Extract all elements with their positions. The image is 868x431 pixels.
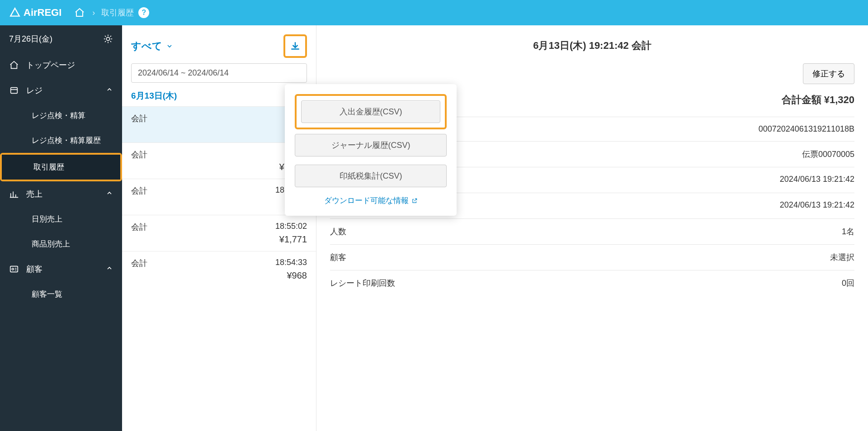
sidebar-label: 日別売上 [32,214,62,224]
sidebar-item-sales-daily[interactable]: 日別売上 [0,207,122,232]
top-bar: AirREGI › 取引履歴 ? [0,0,868,25]
filter-dropdown[interactable]: すべて [131,39,173,53]
download-button[interactable] [285,36,305,56]
detail-label: 顧客 [330,252,346,263]
transaction-row[interactable]: 会計18:55:02¥1,771 [122,215,316,251]
download-opt-cashflow[interactable]: 入出金履歴(CSV) [301,100,440,123]
tx-label: 会計 [131,258,147,269]
sidebar-label: 売上 [26,189,42,199]
tx-label: 会計 [131,185,147,196]
help-icon[interactable]: ? [138,7,149,18]
register-icon [9,85,19,95]
svg-rect-9 [11,88,18,94]
sidebar-label: 顧客一覧 [32,289,62,299]
tx-amount: ¥1,353 [131,162,307,172]
detail-value: 2024/06/13 19:21:42 [780,175,854,185]
sidebar-label: 顧客 [26,264,42,275]
date-range-text: 2024/06/14 ~ 2024/06/14 [138,68,229,77]
sidebar-label: レジ [26,85,42,96]
svg-line-8 [110,36,111,37]
tx-amount: ¥1,771 [131,234,307,245]
detail-row: 顧客未選択 [330,244,854,270]
svg-line-5 [105,36,106,37]
breadcrumb-page: 取引履歴 [101,7,134,18]
sidebar-highlight: 取引履歴 [0,153,122,181]
detail-label: レシート印刷回数 [330,278,395,289]
detail-label: 人数 [330,226,346,237]
sidebar-item-tx-hist[interactable]: 取引履歴 [2,155,120,180]
detail-title: 6月13日(木) 19:21:42 会計 [330,39,854,52]
link-text: ダウンロード可能な情報 [324,195,409,206]
download-icon [289,40,301,52]
chevron-up-icon [106,265,113,274]
tx-time: 18:54:33 [275,258,307,269]
sidebar-label: 取引履歴 [33,162,64,172]
date-range-input[interactable]: 2024/06/14 ~ 2024/06/14 [131,63,307,83]
detail-value: 未選択 [830,252,854,263]
detail-value: 0回 [842,278,854,289]
sun-icon [103,34,113,44]
svg-point-12 [12,268,14,270]
sidebar-item-reg-check[interactable]: レジ点検・精算 [0,103,122,128]
detail-value: 00072024061319211018B [759,124,854,134]
chevron-up-icon [106,189,113,199]
tx-time: 18:55:02 [275,222,307,232]
svg-line-6 [110,41,111,42]
external-link-icon [411,198,418,204]
customer-icon [9,264,19,274]
chevron-down-icon [166,43,173,50]
tx-amount: ¥968 [131,270,307,281]
sidebar-item-customer[interactable]: 顧客 [0,256,122,282]
app-name: AirREGI [24,7,61,19]
tx-label: 会計 [131,113,147,124]
tx-amount: ¥1, [131,126,307,136]
sidebar-item-customer-list[interactable]: 顧客一覧 [0,282,122,307]
sidebar-item-reg-hist[interactable]: レジ点検・精算履歴 [0,128,122,153]
download-opt-stamp[interactable]: 印紙税集計(CSV) [295,165,447,187]
tx-amount: ¥385 [131,198,307,208]
detail-value: 伝票00070005 [802,149,854,160]
popover-highlight: 入出金履歴(CSV) [295,94,447,129]
sidebar-date[interactable]: 7月26日(金) [0,25,122,52]
tx-label: 会計 [131,222,147,232]
tx-label: 会計 [131,149,147,160]
transaction-row[interactable]: 会計18:54:33¥968 [122,251,316,287]
sidebar-label: レジ点検・精算 [32,110,85,121]
total-label: 合計金額 [782,94,821,105]
detail-value: 2024/06/13 19:21:42 [780,200,854,211]
sidebar-date-text: 7月26日(金) [9,33,52,44]
filter-label: すべて [131,39,162,53]
app-logo[interactable]: AirREGI [9,7,61,19]
sidebar: 7月26日(金) トップページ レジ レジ点検・精算 レジ点検・精算履歴 取引履… [0,25,122,431]
download-info-link[interactable]: ダウンロード可能な情報 [295,195,447,206]
svg-line-7 [105,41,106,42]
sidebar-item-sales-product[interactable]: 商品別売上 [0,232,122,256]
download-opt-journal[interactable]: ジャーナル履歴(CSV) [295,134,447,156]
modify-button[interactable]: 修正する [803,63,854,84]
breadcrumb-separator: › [92,8,95,18]
sidebar-item-register[interactable]: レジ [0,78,122,103]
sidebar-label: レジ点検・精算履歴 [32,135,101,146]
chevron-up-icon [106,86,113,95]
chart-icon [9,189,19,199]
sidebar-label: 商品別売上 [32,239,70,249]
total-value: ¥1,320 [824,94,854,105]
logo-icon [9,7,21,19]
detail-row: レシート印刷回数0回 [330,270,854,296]
svg-point-0 [106,37,109,40]
download-highlight [283,34,307,58]
detail-value: 1名 [842,226,854,237]
home-icon[interactable] [73,6,86,19]
sidebar-label: トップページ [26,60,75,71]
sidebar-item-top[interactable]: トップページ [0,52,122,78]
detail-row: 人数1名 [330,218,854,244]
home-outline-icon [9,60,19,70]
download-popover: 入出金履歴(CSV) ジャーナル履歴(CSV) 印紙税集計(CSV) ダウンロー… [285,84,457,216]
sidebar-item-sales[interactable]: 売上 [0,181,122,207]
